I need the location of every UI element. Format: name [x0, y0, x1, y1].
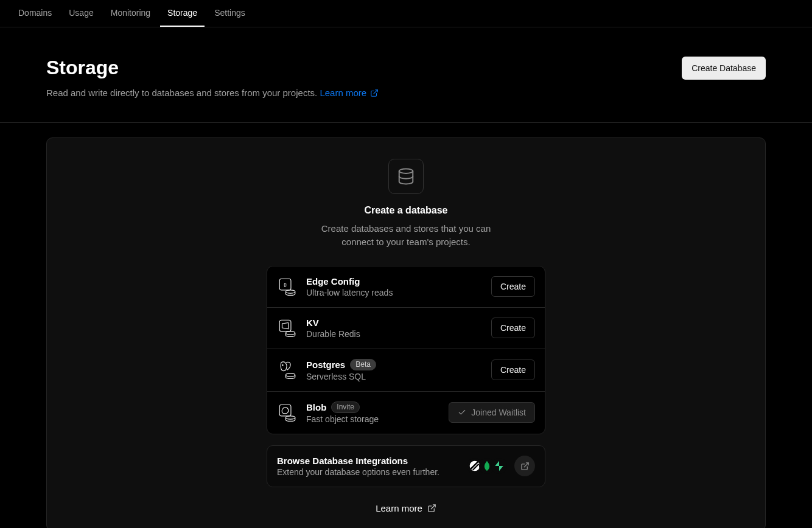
- svg-point-7: [285, 332, 295, 335]
- page-description: Read and write directly to databases and…: [46, 88, 379, 98]
- integrations-card: Browse Database Integrations Extend your…: [267, 445, 545, 487]
- svg-point-9: [285, 373, 295, 377]
- external-link-icon: [520, 462, 530, 471]
- tab-settings[interactable]: Settings: [207, 0, 253, 27]
- tab-domains[interactable]: Domains: [11, 0, 59, 27]
- option-desc: Ultra-low latency reads: [306, 288, 483, 297]
- svg-rect-5: [279, 320, 291, 332]
- svg-marker-6: [282, 323, 289, 329]
- learn-more-link[interactable]: Learn more: [320, 88, 379, 98]
- create-kv-button[interactable]: Create: [491, 318, 535, 338]
- svg-point-11: [285, 416, 295, 419]
- create-database-button[interactable]: Create Database: [682, 57, 766, 80]
- check-icon: [458, 408, 466, 417]
- option-title: Edge Config: [306, 276, 360, 287]
- tab-monitoring[interactable]: Monitoring: [103, 0, 158, 27]
- create-postgres-button[interactable]: Create: [491, 360, 535, 380]
- option-desc: Serverless SQL: [306, 372, 483, 381]
- database-option-list: {} Edge Config Ultra-low latency reads C…: [267, 266, 545, 434]
- create-database-panel: Create a database Create databases and s…: [46, 137, 766, 528]
- panel-subheading: Create databases and stores that you can…: [309, 222, 503, 249]
- joined-waitlist-button: Joined Waitlist: [449, 402, 535, 423]
- tab-usage[interactable]: Usage: [61, 0, 100, 27]
- external-link-icon: [427, 504, 436, 513]
- edge-config-icon: {}: [277, 276, 298, 297]
- svg-line-0: [374, 90, 377, 94]
- page-title: Storage: [46, 57, 379, 79]
- svg-rect-10: [279, 405, 291, 416]
- svg-point-4: [285, 290, 295, 293]
- svg-text:{}: {}: [284, 282, 287, 287]
- option-postgres: Postgres Beta Serverless SQL Create: [267, 349, 545, 392]
- create-edge-config-button[interactable]: Create: [491, 276, 535, 297]
- supabase-icon: [491, 458, 507, 474]
- page-header: Storage Read and write directly to datab…: [0, 27, 812, 123]
- open-integrations-button[interactable]: [514, 456, 535, 476]
- blob-icon: [277, 402, 298, 423]
- external-link-icon: [370, 89, 379, 97]
- svg-point-8: [282, 365, 283, 366]
- option-title: KV: [306, 318, 319, 328]
- svg-line-13: [524, 462, 528, 467]
- option-kv: KV Durable Redis Create: [267, 308, 545, 349]
- option-blob: Blob Invite Fast object storage Joined W…: [267, 392, 545, 434]
- integration-logos: [467, 458, 507, 474]
- svg-line-14: [431, 504, 435, 509]
- learn-more-footer-link[interactable]: Learn more: [376, 503, 436, 513]
- option-title: Postgres: [306, 360, 345, 370]
- postgres-icon: [277, 360, 298, 380]
- database-icon: [388, 159, 424, 194]
- option-edge-config: {} Edge Config Ultra-low latency reads C…: [267, 266, 545, 308]
- invite-badge: Invite: [331, 401, 360, 413]
- kv-icon: [277, 318, 298, 338]
- option-desc: Durable Redis: [306, 329, 483, 339]
- beta-badge: Beta: [350, 359, 376, 370]
- svg-point-1: [399, 169, 413, 174]
- integrations-desc: Extend your database options even furthe…: [277, 467, 460, 477]
- top-nav: Domains Usage Monitoring Storage Setting…: [0, 0, 812, 27]
- option-title: Blob: [306, 402, 326, 412]
- tab-storage[interactable]: Storage: [160, 0, 205, 27]
- option-desc: Fast object storage: [306, 414, 440, 424]
- panel-heading: Create a database: [365, 205, 448, 216]
- integrations-title: Browse Database Integrations: [277, 456, 460, 466]
